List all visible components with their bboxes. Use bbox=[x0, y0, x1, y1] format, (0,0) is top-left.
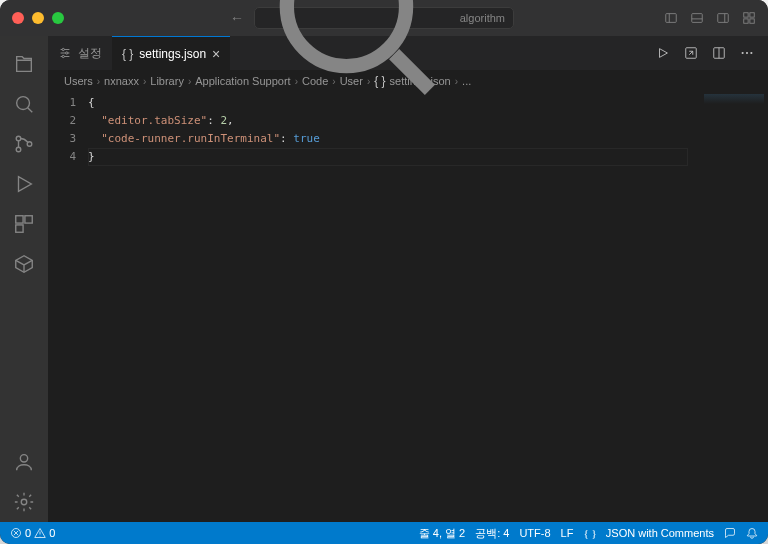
command-center-search[interactable]: algorithm bbox=[254, 7, 514, 29]
minimize-window-button[interactable] bbox=[32, 12, 44, 24]
sliders-icon bbox=[58, 46, 72, 60]
svg-rect-12 bbox=[16, 216, 23, 223]
more-actions-icon[interactable] bbox=[740, 46, 754, 60]
svg-point-15 bbox=[20, 455, 27, 462]
breadcrumb-part[interactable]: Library bbox=[150, 75, 184, 87]
minimap-content bbox=[704, 94, 764, 104]
file-tab-label: settings.json bbox=[139, 47, 206, 61]
svg-rect-4 bbox=[744, 13, 748, 17]
line-number: 2 bbox=[48, 112, 76, 130]
svg-point-22 bbox=[742, 52, 744, 54]
search-placeholder: algorithm bbox=[460, 12, 505, 24]
svg-rect-14 bbox=[16, 225, 23, 232]
svg-point-24 bbox=[750, 52, 752, 54]
line-number: 3 bbox=[48, 130, 76, 148]
cube-icon[interactable] bbox=[0, 244, 48, 284]
panel-bottom-icon[interactable] bbox=[690, 11, 704, 25]
svg-point-17 bbox=[62, 48, 64, 50]
code-editor[interactable]: 1 2 3 4 { "editor.tabSize": 2, "code-run… bbox=[48, 92, 768, 522]
panel-right-icon[interactable] bbox=[716, 11, 730, 25]
status-eol[interactable]: LF bbox=[561, 527, 574, 539]
svg-rect-3 bbox=[718, 14, 729, 23]
svg-point-0 bbox=[287, 0, 406, 66]
editor-actions bbox=[656, 46, 768, 60]
svg-point-9 bbox=[16, 136, 21, 141]
traffic-lights bbox=[12, 12, 64, 24]
close-tab-icon[interactable]: × bbox=[212, 46, 220, 62]
warning-icon bbox=[34, 527, 46, 539]
error-icon bbox=[10, 527, 22, 539]
svg-rect-7 bbox=[750, 19, 754, 23]
run-icon[interactable] bbox=[656, 46, 670, 60]
close-window-button[interactable] bbox=[12, 12, 24, 24]
run-debug-icon[interactable] bbox=[0, 164, 48, 204]
settings-gear-icon[interactable] bbox=[0, 482, 48, 522]
svg-rect-1 bbox=[666, 14, 677, 23]
extensions-icon[interactable] bbox=[0, 204, 48, 244]
svg-point-19 bbox=[62, 55, 64, 57]
svg-point-16 bbox=[21, 499, 27, 505]
breadcrumb-trail: ... bbox=[462, 75, 471, 87]
status-feedback-icon[interactable] bbox=[724, 527, 736, 539]
svg-point-23 bbox=[746, 52, 748, 54]
active-line-highlight bbox=[88, 148, 688, 166]
vscode-window: ← → algorithm bbox=[0, 0, 768, 544]
titlebar: ← → algorithm bbox=[0, 0, 768, 36]
minimap[interactable] bbox=[688, 92, 768, 522]
status-problems[interactable]: 0 0 bbox=[10, 527, 55, 539]
panel-left-icon[interactable] bbox=[664, 11, 678, 25]
svg-rect-2 bbox=[692, 14, 703, 23]
line-number-gutter: 1 2 3 4 bbox=[48, 92, 88, 522]
workbench-body: 설정 { } settings.json × Users› nxnaxx› Li… bbox=[0, 36, 768, 522]
back-arrow-icon[interactable]: ← bbox=[230, 10, 244, 26]
layout-icon[interactable] bbox=[742, 11, 756, 25]
editor-group: 설정 { } settings.json × Users› nxnaxx› Li… bbox=[48, 36, 768, 522]
breadcrumb-part[interactable]: nxnaxx bbox=[104, 75, 139, 87]
svg-point-10 bbox=[16, 147, 21, 152]
line-number: 4 bbox=[48, 148, 76, 166]
breadcrumb-part[interactable]: Users bbox=[64, 75, 93, 87]
status-bar: 0 0 줄 4, 열 2 공백: 4 UTF-8 LF { } JSON wit… bbox=[0, 522, 768, 544]
tab-settings[interactable]: 설정 bbox=[48, 36, 112, 70]
search-activity-icon[interactable] bbox=[0, 84, 48, 124]
svg-point-11 bbox=[27, 142, 32, 147]
json-brace-icon: { } bbox=[122, 47, 133, 61]
svg-point-18 bbox=[66, 52, 68, 54]
settings-tab-label: 설정 bbox=[78, 45, 102, 62]
svg-rect-13 bbox=[25, 216, 32, 223]
maximize-window-button[interactable] bbox=[52, 12, 64, 24]
status-cursor[interactable]: 줄 4, 열 2 bbox=[419, 526, 465, 541]
open-settings-icon[interactable] bbox=[684, 46, 698, 60]
split-editor-icon[interactable] bbox=[712, 46, 726, 60]
explorer-icon[interactable] bbox=[0, 44, 48, 84]
svg-rect-5 bbox=[750, 13, 754, 17]
layout-controls bbox=[664, 11, 756, 25]
status-language[interactable]: { } JSON with Comments bbox=[583, 527, 714, 539]
tab-settings-json[interactable]: { } settings.json × bbox=[112, 36, 230, 70]
status-encoding[interactable]: UTF-8 bbox=[519, 527, 550, 539]
svg-rect-6 bbox=[744, 19, 748, 23]
status-bell-icon[interactable] bbox=[746, 527, 758, 539]
line-number: 1 bbox=[48, 94, 76, 112]
status-indent[interactable]: 공백: 4 bbox=[475, 526, 509, 541]
activity-bar bbox=[0, 36, 48, 522]
source-control-icon[interactable] bbox=[0, 124, 48, 164]
svg-point-8 bbox=[17, 97, 30, 110]
accounts-icon[interactable] bbox=[0, 442, 48, 482]
